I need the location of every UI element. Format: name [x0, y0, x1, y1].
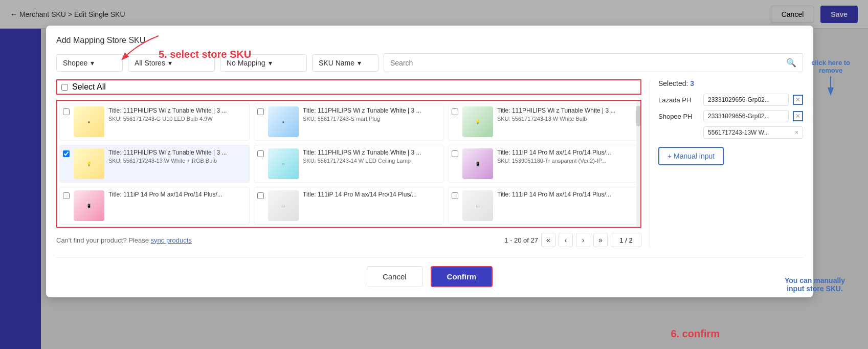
- product-info: Title: 111iP 14 Pro M ax/14 Pro/14 Plus/…: [108, 190, 222, 199]
- remove-icon[interactable]: ×: [795, 129, 798, 136]
- chevron-down-icon: ▾: [269, 59, 272, 67]
- sku-value: 23331029656-Grp02...: [708, 96, 770, 103]
- product-image: 💡: [74, 148, 104, 179]
- product-info: Title: 111PHILIPS Wi z Tunable White | 3…: [303, 106, 421, 123]
- annotation-confirm: 6. confirm: [671, 328, 720, 340]
- product-image: 📱: [74, 190, 104, 221]
- product-item: ○ Title: 111PHILIPS Wi z Tunable White |…: [254, 145, 444, 183]
- manual-input-button[interactable]: + Manual input: [658, 147, 724, 165]
- selected-item: Lazada PH 23331029656-Grp02... ×: [658, 94, 803, 106]
- remove-button[interactable]: ×: [793, 95, 803, 105]
- pagination-range: 1 - 20 of 27: [504, 236, 538, 244]
- product-checkbox[interactable]: [63, 150, 70, 157]
- modal-dialog: Add Mapping Store SKU Shopee ▾ All Store…: [46, 26, 813, 297]
- chevron-down-icon: ▾: [358, 59, 361, 67]
- sync-products-link[interactable]: sync products: [151, 236, 192, 244]
- product-item: ● Title: 111PHILIPS Wi z Tunable White |…: [254, 103, 444, 141]
- annotation-select-sku: 5. select store SKU: [159, 49, 251, 60]
- grid-footer: Can't find your product? Please sync pro…: [56, 233, 641, 247]
- sku-field-value: SKU Name: [319, 59, 354, 67]
- confirm-button[interactable]: Confirm: [431, 266, 493, 287]
- product-item: ● Title: 111PHILIPS Wi z Tunable White |…: [59, 103, 250, 141]
- store-name: Shopee PH: [658, 113, 699, 120]
- product-image: ○: [268, 148, 299, 179]
- scroll-thumb[interactable]: [636, 106, 640, 126]
- remove-button[interactable]: ×: [793, 111, 803, 121]
- product-sku: SKU: 5561717243-G U10 LED Bulb 4.9W: [108, 115, 227, 123]
- cancel-button[interactable]: Cancel: [367, 266, 422, 287]
- product-info: Title: 111PHILIPS Wi z Tunable White | 3…: [108, 148, 227, 165]
- product-sku: SKU: 1539051180-Tr ansparent (Ver.2)-IP.…: [497, 157, 611, 165]
- product-checkbox[interactable]: [257, 192, 264, 199]
- product-info: Title: 111PHILIPS Wi z Tunable White | 3…: [497, 106, 615, 123]
- product-sku: SKU: 5561717243-S mart Plug: [303, 115, 421, 123]
- chevron-down-icon: ▾: [91, 59, 94, 67]
- product-image: □: [268, 190, 299, 221]
- product-title: Title: 111PHILIPS Wi z Tunable White | 3…: [497, 106, 615, 115]
- product-sku: SKU: 5561717243-14 W LED Ceiling Lamp: [303, 157, 421, 165]
- product-item: □ Title: 111iP 14 Pro M ax/14 Pro/14 Plu…: [254, 187, 444, 225]
- product-checkbox[interactable]: [63, 108, 70, 115]
- product-checkbox[interactable]: [452, 108, 458, 115]
- sku-field-select[interactable]: SKU Name ▾: [312, 54, 379, 72]
- selected-header: Selected: 3: [658, 79, 803, 88]
- product-info: Title: 111PHILIPS Wi z Tunable White | 3…: [303, 148, 421, 165]
- annotation-click-to-remove: click here toremove: [811, 59, 850, 97]
- product-sku: SKU: 5561717243-13 W White + RGB Bulb: [108, 157, 227, 165]
- product-grid-area: Select All ● Title: 111PHILIPS Wi z Tuna…: [56, 79, 641, 247]
- product-item: □ Title: 111iP 14 Pro M ax/14 Pro/14 Plu…: [448, 187, 638, 225]
- selected-sku-box: 23331029656-Grp02...: [703, 110, 789, 122]
- product-title: Title: 111PHILIPS Wi z Tunable White | 3…: [303, 148, 421, 157]
- product-item: 💡 Title: 111PHILIPS Wi z Tunable White |…: [448, 103, 638, 141]
- annotation-manual-input: You can manuallyinput store SKU.: [785, 276, 845, 293]
- first-page-button[interactable]: «: [541, 233, 555, 247]
- product-info: Title: 111iP 14 Pro M ax/14 Pro/14 Plus/…: [497, 190, 611, 199]
- selected-panel: Selected: 3 Lazada PH 23331029656-Grp02.…: [650, 79, 803, 247]
- cant-find-label: Can't find your product? Please: [56, 236, 151, 244]
- prev-page-button[interactable]: ‹: [559, 233, 573, 247]
- product-image: □: [462, 190, 493, 221]
- search-box[interactable]: 🔍: [384, 53, 803, 72]
- product-checkbox[interactable]: [452, 192, 458, 199]
- last-page-button[interactable]: »: [593, 233, 608, 247]
- product-title: Title: 111PHILIPS Wi z Tunable White | 3…: [108, 148, 227, 157]
- selected-sku-only-box: 5561717243-13W W... ×: [703, 126, 803, 139]
- product-image: ●: [268, 106, 299, 137]
- scrollbar[interactable]: [636, 101, 640, 227]
- search-icon: 🔍: [786, 58, 796, 68]
- store-name: Lazada PH: [658, 96, 699, 104]
- product-info: Title: 111PHILIPS Wi z Tunable White | 3…: [108, 106, 227, 123]
- product-item: 📱 Title: 111iP 14 Pro M ax/14 Pro/14 Plu…: [448, 145, 638, 183]
- product-title: Title: 111PHILIPS Wi z Tunable White | 3…: [303, 106, 421, 115]
- sku-value: 5561717243-13W W...: [708, 129, 769, 136]
- platform-value: Shopee: [63, 59, 87, 67]
- product-title: Title: 111PHILIPS Wi z Tunable White | 3…: [108, 106, 227, 115]
- product-sku: SKU: 5561717243-13 W White Bulb: [497, 115, 615, 123]
- product-title: Title: 111iP 14 Pro M ax/14 Pro/14 Plus/…: [497, 190, 611, 199]
- next-page-button[interactable]: ›: [576, 233, 590, 247]
- product-checkbox[interactable]: [452, 150, 458, 157]
- select-all-row: Select All: [56, 79, 641, 95]
- selected-label: Selected:: [658, 79, 690, 88]
- product-info: Title: 111iP 14 Pro M ax/14 Pro/14 Plus/…: [497, 148, 611, 165]
- selected-count: 3: [690, 79, 694, 88]
- product-item: 💡 Title: 111PHILIPS Wi z Tunable White |…: [59, 145, 250, 183]
- select-all-checkbox[interactable]: [61, 84, 68, 91]
- product-info: Title: 111iP 14 Pro M ax/14 Pro/14 Plus/…: [303, 190, 417, 199]
- cant-find-text: Can't find your product? Please sync pro…: [56, 236, 192, 244]
- product-grid: ● Title: 111PHILIPS Wi z Tunable White |…: [59, 103, 638, 225]
- selected-sku-box: 23331029656-Grp02...: [703, 94, 789, 106]
- product-checkbox[interactable]: [257, 150, 264, 157]
- selected-item: Shopee PH 23331029656-Grp02... ×: [658, 110, 803, 122]
- product-checkbox[interactable]: [63, 192, 70, 199]
- modal-footer: Cancel Confirm: [56, 257, 803, 287]
- product-title: Title: 111iP 14 Pro M ax/14 Pro/14 Plus/…: [303, 190, 417, 199]
- search-input[interactable]: [390, 59, 782, 67]
- product-item: 📱 Title: 111iP 14 Pro M ax/14 Pro/14 Plu…: [59, 187, 250, 225]
- product-grid-wrapper: ● Title: 111PHILIPS Wi z Tunable White |…: [56, 100, 641, 228]
- page-input[interactable]: [611, 233, 641, 247]
- product-checkbox[interactable]: [257, 108, 264, 115]
- product-title: Title: 111iP 14 Pro M ax/14 Pro/14 Plus/…: [497, 148, 611, 157]
- select-all-label: Select All: [72, 82, 106, 92]
- pagination: 1 - 20 of 27 « ‹ › »: [504, 233, 641, 247]
